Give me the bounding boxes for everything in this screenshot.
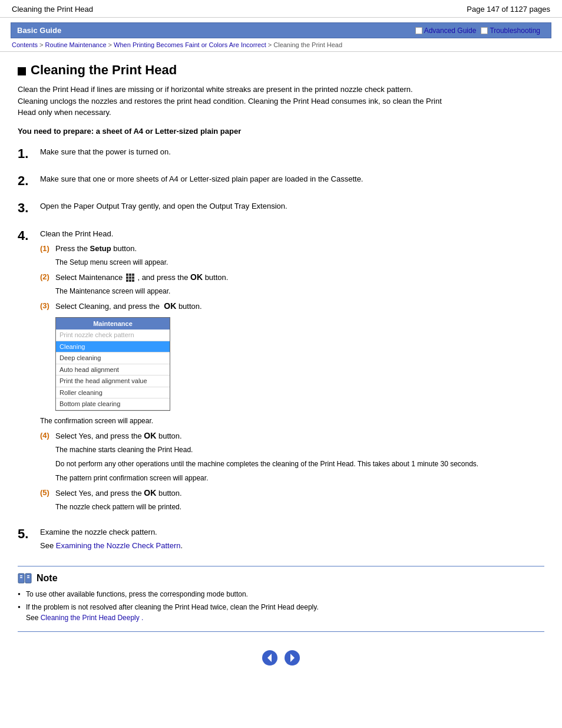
sub-step-5-note: The nozzle check pattern will be printed… — [55, 502, 544, 512]
main-content: Cleaning the Print Head Clean the Print … — [0, 52, 562, 690]
advanced-guide-checkbox[interactable] — [415, 27, 422, 34]
sub-step-2-num: (2) — [40, 271, 53, 283]
note-item-2: If the problem is not resolved after cle… — [18, 602, 544, 623]
sub-step-4: (4) Select Yes, and press the OK button. — [40, 430, 544, 442]
step-2-content: Make sure that one or more sheets of A4 … — [40, 173, 544, 185]
mt-row-auto-head: Auto head alignment — [56, 364, 170, 376]
step-1-number: 1. — [18, 146, 40, 162]
step-4-content: Clean the Print Head. (1) Press the Setu… — [40, 228, 544, 515]
nozzle-check-link[interactable]: Examining the Nozzle Check Pattern — [56, 541, 181, 550]
svg-rect-5 — [27, 577, 29, 578]
note-title: Note — [18, 572, 544, 584]
step-1-text: Make sure that the power is turned on. — [40, 147, 171, 156]
header-title: Cleaning the Print Head — [12, 5, 93, 14]
step-1-content: Make sure that the power is turned on. — [40, 146, 544, 158]
step-3-content: Open the Paper Output Tray gently, and o… — [40, 200, 544, 212]
maintenance-table: Maintenance Print nozzle check pattern C… — [55, 317, 170, 411]
title-square-icon — [18, 67, 26, 75]
page-title: Cleaning the Print Head — [18, 62, 544, 78]
header-pagination: Page 147 of 1127 pages — [467, 5, 550, 14]
step-2-number: 2. — [18, 173, 40, 189]
note-item-2-text: If the problem is not resolved after cle… — [26, 603, 319, 622]
step-5-number: 5. — [18, 526, 40, 542]
mt-row-print-nozzle: Print nozzle check pattern — [56, 330, 170, 341]
step-3-number: 3. — [18, 200, 40, 216]
step-5: 5. Examine the nozzle check pattern. See… — [18, 526, 544, 554]
step-4: 4. Clean the Print Head. (1) Press the S… — [18, 228, 544, 515]
advanced-guide-link[interactable]: Advanced Guide — [424, 27, 477, 35]
sub-step-1-note: The Setup menu screen will appear. — [55, 257, 544, 268]
step-4-text: Clean the Print Head. — [40, 228, 544, 240]
mt-row-cleaning: Cleaning — [56, 341, 170, 353]
prev-arrow-button[interactable] — [262, 650, 278, 666]
maintenance-table-header: Maintenance — [56, 318, 170, 330]
breadcrumb-contents[interactable]: Contents — [12, 41, 38, 48]
sub-step-4-extra: Do not perform any other operations unti… — [55, 459, 544, 469]
mt-row-bottom-plate: Bottom plate clearing — [56, 398, 170, 410]
note-item-1: To use other available functions, press … — [18, 589, 544, 599]
sub-step-3-confirm: The confirmation screen will appear. — [40, 416, 544, 426]
note-item-1-text: To use other available functions, press … — [26, 590, 248, 598]
svg-rect-3 — [20, 577, 22, 578]
nav-bar: Basic Guide Advanced Guide Troubleshooti… — [11, 22, 551, 38]
svg-rect-0 — [18, 574, 24, 583]
sub-step-4-extra2: The pattern print confirmation screen wi… — [55, 473, 544, 483]
step-2: 2. Make sure that one or more sheets of … — [18, 173, 544, 189]
sub-step-2: (2) Select Maintenance , and press the O… — [40, 271, 544, 284]
prepare-note: You need to prepare: a sheet of A4 or Le… — [18, 127, 544, 136]
nav-bar-links: Advanced Guide Troubleshooting — [415, 27, 545, 35]
sub-step-3: (3) Select Cleaning, and press the OK bu… — [40, 300, 544, 312]
sub-step-2-text: Select Maintenance , and press the OK bu… — [55, 271, 228, 284]
note-box: Note To use other available functions, p… — [18, 566, 544, 632]
breadcrumb: Contents > Routine Maintenance > When Pr… — [0, 38, 562, 52]
next-arrow-button[interactable] — [284, 650, 300, 666]
step-5-see: See Examining the Nozzle Check Pattern. — [40, 540, 544, 552]
sub-step-3-text: Select Cleaning, and press the OK button… — [55, 300, 202, 312]
bottom-nav — [18, 632, 544, 678]
step-1: 1. Make sure that the power is turned on… — [18, 146, 544, 162]
step-4-number: 4. — [18, 228, 40, 243]
sub-step-1-text: Press the Setup button. — [55, 243, 137, 255]
breadcrumb-routine-maintenance[interactable]: Routine Maintenance — [45, 41, 107, 48]
breadcrumb-current: Cleaning the Print Head — [273, 41, 342, 48]
cleaning-deeply-link[interactable]: Cleaning the Print Head Deeply . — [41, 614, 144, 622]
note-book-icon — [18, 572, 32, 584]
troubleshooting-link[interactable]: Troubleshooting — [490, 27, 540, 35]
breadcrumb-printing-faint[interactable]: When Printing Becomes Faint or Colors Ar… — [114, 41, 266, 48]
sub-step-5: (5) Select Yes, and press the OK button. — [40, 487, 544, 499]
maintenance-icon — [126, 274, 134, 282]
intro-paragraph: Clean the Print Head if lines are missin… — [18, 84, 442, 118]
page-title-text: Cleaning the Print Head — [31, 62, 177, 78]
sub-step-2-note: The Maintenance screen will appear. — [55, 286, 544, 297]
step-3: 3. Open the Paper Output Tray gently, an… — [18, 200, 544, 216]
sub-step-5-text: Select Yes, and press the OK button. — [55, 487, 182, 499]
step-3-text: Open the Paper Output Tray gently, and o… — [40, 202, 287, 210]
mt-row-roller: Roller cleaning — [56, 387, 170, 399]
sub-step-5-num: (5) — [40, 487, 53, 499]
step-5-text: Examine the nozzle check pattern. — [40, 526, 544, 538]
basic-guide-label: Basic Guide — [17, 26, 61, 35]
note-list: To use other available functions, press … — [18, 589, 544, 623]
sub-step-1: (1) Press the Setup button. — [40, 243, 544, 255]
svg-rect-2 — [20, 575, 22, 577]
sub-step-4-text: Select Yes, and press the OK button. — [55, 430, 182, 442]
mt-row-print-head-alignment: Print the head alignment value — [56, 375, 170, 387]
note-title-text: Note — [37, 573, 58, 584]
mt-row-deep-cleaning: Deep cleaning — [56, 353, 170, 364]
sub-step-3-num: (3) — [40, 300, 53, 312]
page-header: Cleaning the Print Head Page 147 of 1127… — [0, 0, 562, 18]
sub-step-4-num: (4) — [40, 430, 53, 442]
troubleshooting-checkbox[interactable] — [481, 27, 488, 34]
step-2-text: Make sure that one or more sheets of A4 … — [40, 174, 363, 183]
sub-step-1-num: (1) — [40, 243, 53, 255]
svg-rect-4 — [27, 575, 29, 577]
sub-step-4-note: The machine starts cleaning the Print He… — [55, 444, 544, 455]
svg-rect-1 — [25, 574, 31, 583]
step-5-content: Examine the nozzle check pattern. See Ex… — [40, 526, 544, 554]
